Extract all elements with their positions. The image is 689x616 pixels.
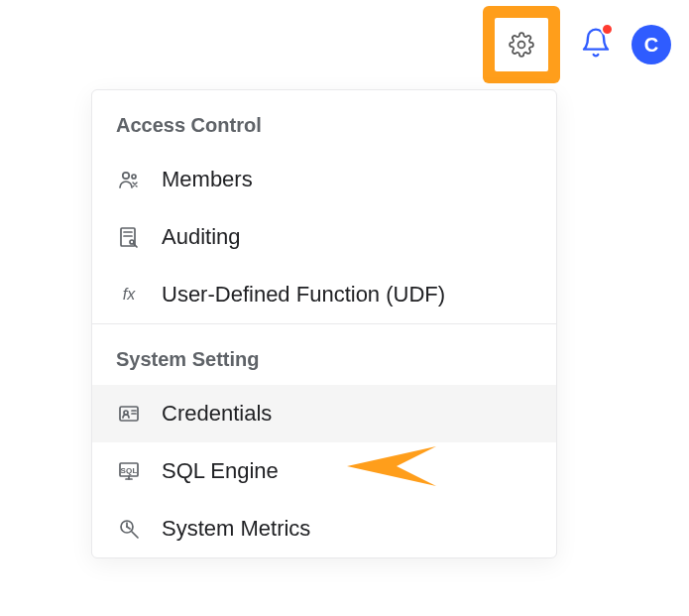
avatar-letter: C	[644, 34, 658, 57]
settings-button[interactable]	[495, 18, 548, 71]
menu-item-auditing[interactable]: Auditing	[92, 208, 556, 266]
metrics-icon	[116, 516, 142, 542]
menu-item-sql-engine[interactable]: SQL SQL Engine	[92, 442, 556, 500]
notifications-button[interactable]	[580, 27, 612, 62]
avatar[interactable]: C	[632, 25, 671, 64]
gear-icon	[509, 32, 534, 58]
menu-item-label: Auditing	[162, 224, 241, 250]
menu-item-label: Members	[162, 167, 253, 192]
topbar: C	[0, 0, 689, 89]
settings-dropdown: Access Control Members Auditing fx	[91, 89, 557, 558]
settings-highlight-box	[483, 6, 560, 83]
svg-point-0	[518, 42, 525, 49]
sql-engine-icon: SQL	[116, 458, 142, 484]
svg-line-16	[132, 532, 138, 538]
notification-indicator-dot	[601, 23, 614, 36]
svg-point-2	[132, 175, 136, 179]
dropdown-section-header: System Setting	[92, 324, 556, 385]
menu-item-label: User-Defined Function (UDF)	[162, 282, 445, 308]
menu-item-label: SQL Engine	[162, 458, 279, 484]
menu-item-members[interactable]: Members	[92, 151, 556, 208]
svg-line-18	[127, 527, 130, 529]
svg-point-1	[123, 173, 129, 179]
menu-item-udf[interactable]: fx User-Defined Function (UDF)	[92, 266, 556, 323]
menu-item-label: System Metrics	[162, 516, 310, 542]
dropdown-section-header: Access Control	[92, 90, 556, 151]
auditing-icon	[116, 224, 142, 250]
credentials-icon	[116, 401, 142, 427]
members-icon	[116, 167, 142, 192]
menu-item-system-metrics[interactable]: System Metrics	[92, 500, 556, 557]
function-icon: fx	[116, 282, 142, 308]
menu-item-label: Credentials	[162, 401, 272, 427]
menu-item-credentials[interactable]: Credentials	[92, 385, 556, 442]
